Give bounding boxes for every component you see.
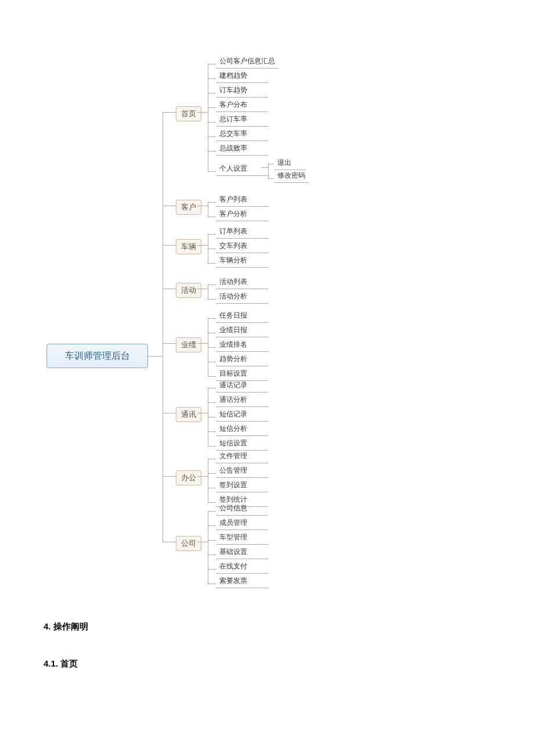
connector	[208, 122, 216, 123]
connector	[268, 164, 274, 164]
branch-vehicle: 车辆	[176, 239, 201, 254]
leaf-comm-2: 短信记录	[216, 408, 268, 422]
connector	[163, 343, 176, 344]
leaf-performance-3: 趋势分析	[216, 353, 268, 366]
leaf-company-3: 基础设置	[216, 546, 268, 559]
connector	[163, 112, 176, 113]
connector	[197, 245, 208, 246]
leaf-home-personal-1: 修改密码	[274, 170, 309, 183]
connector	[197, 289, 208, 289]
branch-home: 首页	[176, 106, 201, 121]
leaf-activity-0: 活动列表	[216, 276, 268, 289]
leaf-office-0: 文件管理	[216, 450, 268, 463]
connector	[208, 217, 216, 217]
connector	[268, 164, 269, 178]
leaf-company-2: 车型管理	[216, 531, 268, 545]
connector	[208, 107, 216, 108]
connector	[208, 473, 216, 474]
connector	[197, 476, 208, 477]
connector	[208, 78, 216, 79]
connector	[208, 318, 216, 319]
leaf-vehicle-0: 订单列表	[216, 225, 268, 239]
connector	[208, 459, 216, 459]
leaf-office-2: 签到设置	[216, 479, 268, 492]
connector	[148, 356, 163, 357]
leaf-activity-1: 活动分析	[216, 290, 268, 304]
leaf-home-1: 建档趋势	[216, 70, 268, 83]
branch-office: 办公	[176, 470, 201, 485]
leaf-company-4: 在线支付	[216, 560, 268, 574]
connector	[208, 234, 216, 235]
connector	[208, 388, 216, 388]
leaf-home-6: 总战败率	[216, 142, 268, 156]
leaf-home-3: 客户分布	[216, 99, 268, 112]
connector	[197, 343, 208, 344]
connector	[208, 502, 216, 503]
text-section: 4. 操作阐明 4.1. 首页	[44, 621, 88, 696]
connector	[163, 206, 176, 206]
leaf-comm-4: 短信设置	[216, 437, 268, 451]
branch-company: 公司	[176, 536, 201, 551]
connector	[208, 171, 216, 172]
leaf-comm-1: 通话分析	[216, 394, 268, 407]
connector	[208, 417, 216, 417]
leaf-vehicle-1: 交车列表	[216, 240, 268, 253]
connector	[208, 511, 208, 584]
leaf-vehicle-2: 车辆分析	[216, 254, 268, 268]
connector	[208, 64, 216, 64]
connector	[208, 333, 216, 333]
connector	[163, 112, 163, 542]
connector	[208, 93, 216, 93]
connector	[208, 249, 216, 249]
leaf-customer-1: 客户分析	[216, 208, 268, 221]
connector	[208, 202, 216, 203]
branch-performance: 业绩	[176, 337, 201, 352]
branch-comm: 通讯	[176, 407, 201, 422]
connector	[208, 263, 216, 264]
connector	[261, 167, 268, 168]
leaf-performance-2: 业绩排名	[216, 339, 268, 352]
connector	[208, 525, 216, 526]
connector	[197, 542, 208, 542]
connector	[208, 347, 216, 348]
connector	[208, 540, 216, 541]
heading-4: 4. 操作阐明	[44, 621, 88, 632]
leaf-home-2: 订车趋势	[216, 84, 268, 98]
connector	[268, 178, 274, 179]
leaf-customer-0: 客户列表	[216, 193, 268, 207]
leaf-performance-0: 任务日报	[216, 309, 268, 323]
leaf-comm-3: 短信分析	[216, 423, 268, 436]
leaf-home-0: 公司客户信息汇总	[216, 55, 279, 69]
connector	[208, 136, 216, 137]
connector	[197, 206, 208, 206]
connector	[163, 413, 176, 413]
leaf-performance-1: 业绩日报	[216, 324, 268, 337]
connector	[197, 413, 208, 413]
connector	[208, 488, 216, 488]
connector	[208, 569, 216, 570]
leaf-comm-0: 通话记录	[216, 379, 268, 393]
connector	[208, 285, 216, 285]
leaf-home-4: 总订车率	[216, 113, 268, 127]
root-node: 车训师管理后台	[46, 344, 148, 368]
branch-activity: 活动	[176, 283, 201, 298]
connector	[163, 245, 176, 246]
leaf-home-7: 个人设置	[216, 163, 268, 176]
connector	[208, 64, 208, 172]
connector	[197, 112, 208, 113]
leaf-home-personal-0: 退出	[274, 157, 306, 170]
leaf-company-5: 索要发票	[216, 575, 268, 588]
connector	[163, 542, 176, 542]
connector	[208, 299, 216, 300]
leaf-company-1: 成员管理	[216, 517, 268, 530]
mindmap-diagram: 车训师管理后台 首页 客户 车辆 活动 业绩 通讯 办公 公司 公司客户信息汇总…	[0, 38, 534, 572]
connector	[208, 511, 216, 512]
leaf-company-0: 公司信息	[216, 502, 268, 516]
heading-41: 4.1. 首页	[44, 658, 88, 669]
connector	[208, 459, 208, 502]
connector	[208, 402, 216, 403]
connector	[208, 151, 216, 152]
connector	[208, 362, 216, 362]
connector	[208, 446, 216, 447]
connector	[208, 431, 216, 432]
